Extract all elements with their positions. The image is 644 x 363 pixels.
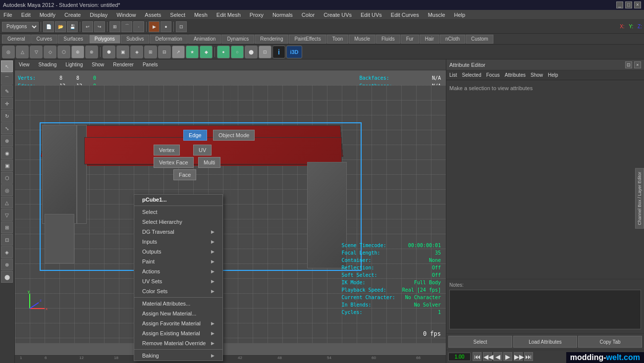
uv-mode-btn[interactable]: UV: [193, 145, 212, 156]
tab-subdivs[interactable]: Subdivs: [121, 35, 150, 44]
ctx-color-sets[interactable]: Color Sets ▶: [134, 286, 222, 296]
shelf-btn-18[interactable]: ⬤: [245, 46, 258, 58]
tab-painteffects[interactable]: PaintEffects: [289, 35, 326, 44]
main-viewport[interactable]: View Shading Lighting Show Renderer Pane…: [15, 59, 446, 363]
shelf-btn-3d[interactable]: i3D: [286, 46, 302, 58]
attr-copy-tab-btn[interactable]: Copy Tab: [578, 336, 642, 348]
tab-fur[interactable]: Fur: [401, 35, 419, 44]
menu-select[interactable]: Select: [168, 11, 187, 18]
prev-frame-btn[interactable]: ◀: [493, 352, 502, 361]
ctx-assign-new-material[interactable]: Assign New Material...: [134, 309, 222, 318]
shelf-btn-14[interactable]: ★: [186, 46, 199, 58]
menu-create[interactable]: Create: [63, 11, 82, 18]
shelf-btn-16[interactable]: ●: [217, 46, 230, 58]
tab-surfaces[interactable]: Surfaces: [58, 35, 88, 44]
shelf-btn-8[interactable]: ⬢: [103, 46, 115, 58]
vp-panels-menu[interactable]: Panels: [141, 61, 160, 68]
tab-rendering[interactable]: Rendering: [255, 35, 288, 44]
menu-help[interactable]: Help: [453, 11, 467, 18]
attr-menu-selected[interactable]: Selected: [462, 72, 482, 78]
shelf-btn-2[interactable]: △: [16, 46, 29, 58]
move-tool[interactable]: ✛: [1, 98, 13, 109]
menu-edit-mesh[interactable]: Edit Mesh: [215, 11, 242, 18]
ctx-paint[interactable]: Paint ▶: [134, 257, 222, 266]
menu-edit-uvs[interactable]: Edit UVs: [359, 11, 383, 18]
notes-textarea[interactable]: [449, 290, 641, 329]
menu-normals[interactable]: Normals: [271, 11, 294, 18]
tool-13[interactable]: ▽: [1, 209, 13, 221]
show-ui-btn[interactable]: ⊡: [176, 21, 187, 32]
shelf-btn-5[interactable]: ⬡: [57, 46, 70, 58]
tool-18[interactable]: ⬤: [1, 271, 13, 283]
attr-close-btn[interactable]: ×: [634, 61, 641, 68]
tab-toon[interactable]: Toon: [327, 35, 349, 44]
attr-menu-attributes[interactable]: Attributes: [505, 72, 526, 78]
shelf-btn-13[interactable]: ↗: [172, 46, 185, 58]
shelf-btn-12[interactable]: ⊟: [158, 46, 171, 58]
prev-key-btn[interactable]: ◀◀: [483, 352, 492, 361]
frame-input[interactable]: [448, 353, 471, 361]
tab-fluids[interactable]: Fluids: [376, 35, 400, 44]
shelf-btn-3[interactable]: ▽: [30, 46, 43, 58]
snap-grid-btn[interactable]: ⊞: [109, 21, 120, 32]
vp-renderer-menu[interactable]: Renderer: [111, 61, 136, 68]
ctx-select-hierarchy[interactable]: Select Hierarchy: [134, 217, 222, 227]
ctx-material-attrs[interactable]: Material Attributes...: [134, 299, 222, 309]
paint-tool[interactable]: ✎: [1, 85, 13, 97]
render-btn[interactable]: ▶: [149, 21, 160, 32]
channel-box-tab[interactable]: Channel Box / Layer Editor: [635, 168, 644, 229]
vp-shading-menu[interactable]: Shading: [37, 61, 59, 68]
vertex-face-mode-btn[interactable]: Vertex Face: [154, 157, 194, 168]
play-btn[interactable]: ▶: [503, 352, 512, 361]
tool-15[interactable]: ⊡: [1, 234, 13, 246]
attr-menu-show[interactable]: Show: [531, 72, 543, 78]
menu-display[interactable]: Display: [88, 11, 109, 18]
tool-10[interactable]: ⬡: [1, 172, 13, 184]
tool-12[interactable]: △: [1, 197, 13, 208]
tool-16[interactable]: ◈: [1, 246, 13, 258]
tool-9[interactable]: ▣: [1, 159, 13, 171]
redo-btn[interactable]: ↪: [94, 21, 105, 32]
attr-menu-list[interactable]: List: [449, 72, 457, 78]
tab-animation[interactable]: Animation: [188, 35, 221, 44]
window-controls[interactable]: _ □ ×: [616, 1, 641, 8]
shelf-btn-10[interactable]: ◈: [130, 46, 143, 58]
shelf-btn-4[interactable]: ◇: [44, 46, 56, 58]
goto-end-btn[interactable]: ⏭: [524, 352, 533, 361]
universal-tool[interactable]: ⊕: [1, 135, 13, 147]
menu-create-uvs[interactable]: Create UVs: [322, 11, 353, 18]
menu-proxy[interactable]: Proxy: [248, 11, 265, 18]
tab-ncloth[interactable]: nCloth: [440, 35, 465, 44]
minimize-btn[interactable]: _: [616, 1, 623, 8]
3d-scene[interactable]: x y z 0 fps Scene Timecode: 00:00:00:01 …: [15, 85, 446, 343]
tool-17[interactable]: ⊗: [1, 259, 13, 270]
multi-mode-btn[interactable]: Multi: [198, 157, 220, 168]
shelf-btn-15[interactable]: ◆: [200, 46, 213, 58]
menu-edit[interactable]: Edit: [20, 11, 32, 18]
attr-float-btn[interactable]: ⊡: [625, 61, 632, 68]
tab-hair[interactable]: Hair: [420, 35, 439, 44]
new-scene-btn[interactable]: 📄: [43, 21, 54, 32]
maximize-btn[interactable]: □: [625, 1, 632, 8]
close-btn[interactable]: ×: [634, 1, 641, 8]
tool-11[interactable]: ◎: [1, 184, 13, 196]
vp-lighting-menu[interactable]: Lighting: [63, 61, 85, 68]
ctx-dg-traversal[interactable]: DG Traversal ▶: [134, 227, 222, 237]
tab-general[interactable]: General: [2, 35, 31, 44]
attr-editor-controls[interactable]: ⊡ ×: [625, 61, 641, 68]
select-tool[interactable]: ↖: [1, 60, 13, 72]
ctx-uv-sets[interactable]: UV Sets ▶: [134, 276, 222, 286]
ctx-actions[interactable]: Actions ▶: [134, 266, 222, 276]
next-frame-btn[interactable]: ▶▶: [514, 352, 523, 361]
tab-dynamics[interactable]: Dynamics: [221, 35, 254, 44]
ctx-inputs[interactable]: Inputs ▶: [134, 237, 222, 247]
shelf-btn-20[interactable]: i: [272, 46, 285, 58]
ctx-baking[interactable]: Baking ▶: [134, 351, 222, 361]
menu-edit-curves[interactable]: Edit Curves: [389, 11, 421, 18]
scale-tool[interactable]: ⤡: [1, 122, 13, 134]
shelf-btn-11[interactable]: ⊞: [144, 46, 157, 58]
menu-muscle[interactable]: Muscle: [427, 11, 447, 18]
show-grid-btn[interactable]: ⊞: [1, 221, 13, 233]
shelf-btn-9[interactable]: ▣: [116, 46, 129, 58]
mode-selector[interactable]: Polygons Surfaces Dynamics: [2, 22, 39, 32]
